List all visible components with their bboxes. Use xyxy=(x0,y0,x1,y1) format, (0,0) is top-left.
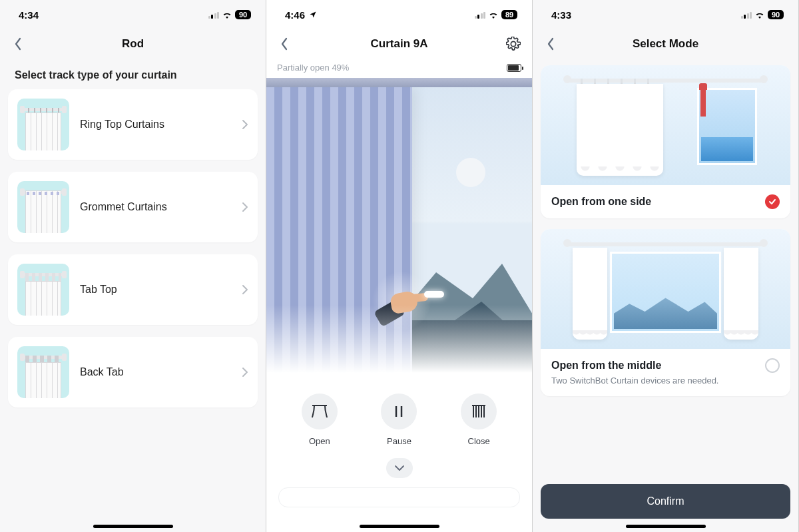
section-title: Select track type of your curtain xyxy=(8,59,258,89)
wifi-icon xyxy=(754,11,765,19)
chevron-left-icon xyxy=(15,37,23,51)
status-bar: 4:34 90 xyxy=(0,0,266,29)
close-button[interactable] xyxy=(461,394,497,429)
wifi-icon xyxy=(222,11,232,19)
page-title: Select Mode xyxy=(633,37,698,51)
track-option-grommet[interactable]: Grommet Curtains xyxy=(8,172,258,242)
pause-icon xyxy=(393,405,405,418)
mode-subtitle: Two SwitchBot Curtain devices are needed… xyxy=(541,376,790,396)
mode-title: Open from the middle xyxy=(551,360,661,372)
battery-indicator: 89 xyxy=(501,10,517,19)
close-label: Close xyxy=(468,436,490,446)
controls-row: Open Pause Close xyxy=(266,384,532,450)
home-indicator xyxy=(360,525,439,528)
track-thumb xyxy=(17,181,69,233)
toolbar: Rod xyxy=(0,29,266,59)
chevron-down-icon xyxy=(394,465,405,471)
bottom-card[interactable] xyxy=(278,487,520,507)
track-option-ring-top[interactable]: Ring Top Curtains xyxy=(8,89,258,160)
track-thumb xyxy=(17,346,69,398)
sub-status-row: Partially open 49% xyxy=(266,59,532,78)
confirm-button[interactable]: Confirm xyxy=(541,484,790,519)
screen-rod: 4:34 90 Rod Select track type of your cu… xyxy=(0,0,266,532)
expand-button[interactable] xyxy=(386,458,413,478)
mode-title: Open from one side xyxy=(551,196,651,208)
settings-button[interactable] xyxy=(504,35,523,53)
location-icon xyxy=(309,11,317,19)
close-control[interactable]: Close xyxy=(461,394,497,446)
back-button[interactable] xyxy=(9,35,28,53)
mode-illustration xyxy=(541,65,790,185)
chevron-right-icon xyxy=(242,119,248,130)
screen-select-mode: 4:33 90 Select Mode Open from one s xyxy=(533,0,799,532)
status-time: 4:33 xyxy=(551,9,571,21)
track-option-back-tab[interactable]: Back Tab xyxy=(8,337,258,407)
page-title: Curtain 9A xyxy=(371,37,428,51)
content: Select track type of your curtain Ring T… xyxy=(0,59,266,532)
track-label: Ring Top Curtains xyxy=(80,119,231,131)
pause-label: Pause xyxy=(387,436,411,446)
expand-row xyxy=(266,450,532,481)
battery-indicator: 90 xyxy=(768,10,784,19)
curtain-close-icon xyxy=(471,404,487,419)
back-button[interactable] xyxy=(542,35,561,53)
confirm-bar: Confirm xyxy=(541,484,790,519)
status-time: 4:34 xyxy=(19,9,39,21)
pause-button[interactable] xyxy=(381,394,417,429)
chevron-left-icon xyxy=(547,37,555,51)
track-thumb xyxy=(17,264,69,316)
curtain-open-icon xyxy=(311,404,328,419)
battery-indicator: 90 xyxy=(235,10,251,19)
open-button[interactable] xyxy=(302,394,338,429)
chevron-right-icon xyxy=(242,284,248,295)
chevron-right-icon xyxy=(242,202,248,212)
back-button[interactable] xyxy=(276,35,294,53)
check-icon xyxy=(768,198,776,205)
mode-option-one-side[interactable]: Open from one side xyxy=(541,65,790,218)
page-title: Rod xyxy=(122,37,144,51)
track-label: Back Tab xyxy=(80,366,231,378)
device-battery-icon xyxy=(507,64,521,72)
mode-illustration xyxy=(541,229,790,349)
wifi-icon xyxy=(488,11,499,19)
mode-option-middle[interactable]: Open from the middle Two SwitchBot Curta… xyxy=(541,229,790,396)
home-indicator xyxy=(626,525,706,528)
home-indicator xyxy=(93,525,173,528)
chevron-right-icon xyxy=(242,367,248,378)
track-label: Grommet Curtains xyxy=(80,201,231,213)
pause-control[interactable]: Pause xyxy=(381,394,417,446)
open-status-text: Partially open 49% xyxy=(277,63,349,73)
chevron-left-icon xyxy=(281,37,289,51)
track-option-tab-top[interactable]: Tab Top xyxy=(8,254,258,325)
cellular-icon xyxy=(475,11,486,19)
status-bar: 4:33 90 xyxy=(533,0,798,29)
curtain-visual[interactable] xyxy=(266,78,532,384)
radio-selected[interactable] xyxy=(765,194,780,209)
open-control[interactable]: Open xyxy=(302,394,338,446)
toolbar: Curtain 9A xyxy=(266,29,532,59)
cellular-icon xyxy=(208,11,220,19)
cellular-icon xyxy=(741,11,752,19)
radio-unselected[interactable] xyxy=(765,358,780,373)
toolbar: Select Mode xyxy=(533,29,798,59)
screen-curtain-control: 4:46 89 Curtain 9A Partially open 49% xyxy=(266,0,533,532)
track-label: Tab Top xyxy=(80,284,231,296)
status-time: 4:46 xyxy=(285,9,305,21)
status-bar: 4:46 89 xyxy=(266,0,532,29)
track-thumb xyxy=(17,99,69,150)
open-label: Open xyxy=(309,436,330,446)
content: Open from one side Open from the middle … xyxy=(533,59,798,407)
gear-icon xyxy=(506,37,521,51)
